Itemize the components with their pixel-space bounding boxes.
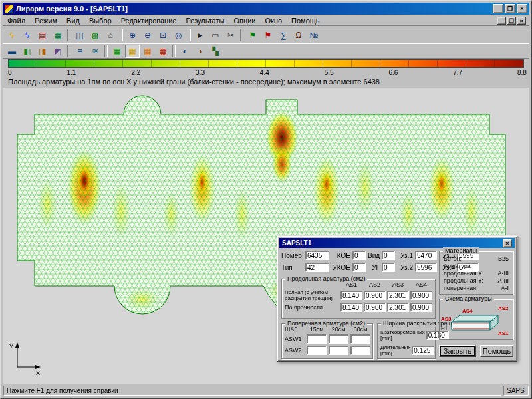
app-icon (5, 5, 13, 13)
menu-item[interactable]: Редактирование (116, 16, 182, 25)
menu-item[interactable]: Опции (229, 16, 260, 25)
flag-red-icon[interactable]: ⚑ (261, 29, 275, 42)
scale-tick: 2.2 (131, 69, 140, 76)
deform-scheme-icon[interactable]: ◧ (20, 45, 35, 58)
uz1-field[interactable] (415, 251, 437, 260)
nomer-field[interactable] (305, 251, 329, 260)
select-box-icon[interactable]: ▭ (208, 29, 223, 42)
mosaic-icon[interactable]: ◩ (51, 45, 65, 58)
asw2-30-field[interactable] (350, 346, 370, 355)
isofield-green-icon[interactable]: ▦ (110, 45, 124, 58)
strength-as3-field[interactable] (387, 303, 409, 312)
material-row: продольная X: A-III (440, 270, 513, 277)
results-toolbar: ▬◧◨◩≡≋▦▦▦▦◐◑▚ (3, 43, 529, 59)
koe-label: КОЕ (331, 252, 350, 259)
menu-item[interactable]: Результаты (181, 16, 229, 25)
toolbar-separator (240, 29, 243, 41)
transverse-group: Поперечная арматура (см2) ШАГ 15см 20см … (281, 323, 373, 359)
scheme-grid-icon[interactable]: ▦ (51, 29, 65, 42)
zoom-out-icon[interactable]: ⊖ (140, 29, 155, 42)
strength-as4-field[interactable] (410, 303, 432, 312)
force-diagram-icon[interactable]: ◨ (35, 45, 50, 58)
status-message: Нажмите F1 для получения справки (3, 386, 501, 396)
strength-as2-field[interactable] (364, 303, 386, 312)
restore-button[interactable]: ❐ (505, 4, 515, 13)
strength-as1-field[interactable] (340, 303, 362, 312)
dialog-close-button[interactable]: Закрыть (439, 345, 476, 357)
sum-icon[interactable]: ∑ (276, 29, 291, 42)
menu-item[interactable]: Файл (3, 16, 30, 25)
longterm-field[interactable] (412, 346, 434, 355)
main-toolbar: ϟϟ▤▦◫▩⌂⊕⊖⊡◎►▭✂⚑⚑∑Ω№ (3, 27, 529, 43)
vid-field[interactable] (382, 251, 395, 260)
menu-item[interactable]: Режим (30, 16, 62, 25)
isofield-red-icon[interactable]: ▦ (156, 45, 170, 58)
scale-tick: 3.3 (196, 69, 205, 76)
toolbar-icon-glyph: ▦ (113, 47, 120, 55)
element-info-dialog[interactable]: SAPSLT1 × Номер КОЕ Вид Уз.1 Уз.3 Тип УК… (277, 235, 517, 362)
calc-lightning-blue-icon[interactable]: ϟ (20, 29, 35, 42)
menu-item[interactable]: Помощь (287, 16, 325, 25)
results-table-icon[interactable]: ▬ (5, 45, 19, 58)
ukoe-field[interactable] (352, 263, 366, 272)
pan-icon[interactable]: ◎ (171, 29, 186, 42)
full-as4-field[interactable] (410, 291, 432, 300)
asw1-20-field[interactable] (329, 334, 348, 344)
fragment-icon[interactable]: ◫ (72, 29, 87, 42)
window-title: Лирарм версия 9.0 - [SAPSLT1] (16, 5, 128, 13)
uz2-field[interactable] (415, 263, 437, 272)
info-icon[interactable]: № (307, 29, 321, 42)
toolbar-icon-glyph: ▤ (39, 31, 46, 39)
mdi-restore-button[interactable]: ❐ (507, 17, 516, 25)
asw1-30-field[interactable] (350, 334, 370, 344)
omega-icon[interactable]: Ω (291, 29, 306, 42)
dialog-title-bar[interactable]: SAPSLT1 × (279, 238, 515, 248)
title-bar[interactable]: Лирарм версия 9.0 - [SAPSLT1] _ ❐ × (3, 3, 529, 15)
isofield-yellow-icon[interactable]: ▦ (125, 45, 140, 58)
toolbar-icon-glyph: ⌂ (108, 31, 112, 39)
mdi-minimize-button[interactable]: _ (497, 17, 506, 25)
mdi-close-button[interactable]: × (517, 17, 526, 25)
koe-field[interactable] (352, 251, 366, 260)
pattern-icon[interactable]: ▚ (208, 45, 223, 58)
ug-field[interactable] (382, 263, 395, 272)
dialog-help-button[interactable]: Помощь (480, 345, 513, 357)
menu-item[interactable]: Окно (261, 16, 287, 25)
scheme-as2-label: AS2 (498, 305, 509, 311)
calc-lightning-icon[interactable]: ϟ (5, 29, 19, 42)
full-as1-field[interactable] (340, 291, 362, 300)
asw2-15-field[interactable] (307, 346, 327, 355)
mesh-icon[interactable]: ▩ (88, 29, 102, 42)
asw1-label: ASW1 (285, 336, 305, 342)
asw1-15-field[interactable] (307, 334, 327, 344)
isofield-orange-icon[interactable]: ▦ (140, 45, 155, 58)
home-view-icon[interactable]: ⌂ (103, 29, 118, 42)
col-as2: AS2 (364, 281, 386, 288)
menu-item[interactable]: Выбор (84, 16, 116, 25)
document-icon[interactable]: ▤ (35, 29, 50, 42)
isolines-icon[interactable]: ≡ (72, 45, 87, 58)
zoom-window-icon[interactable]: ⊡ (156, 29, 170, 42)
dialog-close-icon[interactable]: × (503, 239, 512, 247)
reinforcement-scheme-diagram: AS2 AS4 AS3 AS1 H (440, 302, 513, 338)
toolbar-separator (104, 45, 108, 57)
menu-item[interactable]: Вид (62, 16, 84, 25)
asw2-20-field[interactable] (329, 346, 348, 355)
material-row: продольная Y: A-III (440, 277, 513, 285)
scale-tick: 0 (8, 69, 12, 76)
select-arrow-icon[interactable]: ► (193, 29, 207, 42)
isolines-alt-icon[interactable]: ≋ (88, 45, 102, 58)
flag-green-icon[interactable]: ⚑ (245, 29, 260, 42)
longterm-unit: [mm] (380, 350, 392, 356)
full-as3-field[interactable] (387, 291, 409, 300)
halftone-icon[interactable]: ◐ (178, 45, 192, 58)
cut-icon[interactable]: ✂ (223, 29, 238, 42)
minimize-button[interactable]: _ (493, 4, 503, 13)
full-as2-field[interactable] (364, 291, 386, 300)
result-caption: Площадь арматуры на 1пм по осн X у нижне… (8, 78, 380, 86)
zoom-in-icon[interactable]: ⊕ (125, 29, 140, 42)
close-button[interactable]: × (517, 4, 527, 13)
toolbar-icon-glyph: ◫ (76, 31, 83, 39)
tip-field[interactable] (305, 263, 329, 272)
halftone-alt-icon[interactable]: ◑ (193, 45, 207, 58)
